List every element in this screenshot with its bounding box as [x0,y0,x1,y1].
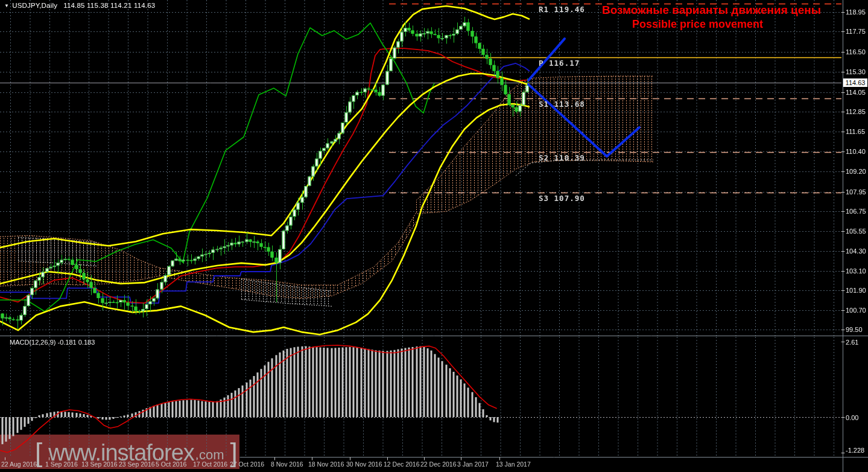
price-axis-label: 114.05 [846,89,866,96]
price-axis-label: 104.30 [846,247,866,255]
chart-header: ▼USDJPY,Daily114.85 115.38 114.21 114.63 [4,2,155,9]
trading-chart-window: ▼USDJPY,Daily114.85 115.38 114.21 114.63… [0,0,868,472]
macd-axis-label: 0.00 [846,414,858,421]
annotation-en: Possible price movement [632,18,763,31]
watermark-suffix: .com [195,447,224,463]
price-axis-label: 111.65 [846,128,865,135]
date-axis-label: 13 Jan 2017 [496,461,531,468]
price-axis-label: 118.95 [846,8,866,16]
price-axis-label: 105.55 [846,228,866,235]
price-axis-label: 116.50 [846,48,866,56]
price-axis-label: 109.20 [846,168,866,175]
price-axis-label: 112.85 [846,108,866,115]
annotation-ru: Возможные варианты движения цены [602,4,821,17]
price-axis-label: 115.30 [846,68,866,75]
price-axis-label: 103.10 [846,267,866,275]
price-axis-label: 99.50 [846,326,863,333]
macd-indicator-label: MACD(12,26,9) -0.181 0.183 [10,339,95,346]
date-axis-label: 30 Nov 2016 [346,461,382,468]
price-axis-label: 110.40 [846,148,866,155]
date-axis-label: 12 Dec 2016 [384,461,420,468]
symbol-name: USDJPY,Daily [12,2,57,9]
date-axis-label: 18 Nov 2016 [308,461,344,468]
watermark-bracket-right: ] [230,441,237,465]
price-chart-canvas[interactable] [0,0,868,472]
symbol-ohlc-values: 114.85 115.38 114.21 114.63 [63,2,155,9]
price-axis-label: 101.90 [846,287,866,294]
watermark-bracket-left: [ [35,441,42,465]
macd-axis-label: -1.228 [846,447,864,454]
pivot-label: S2 110.39 [539,153,585,162]
current-price-badge: 114.63 [843,78,867,87]
date-axis-label: 8 Nov 2016 [271,461,303,468]
pivot-label: S3 107.90 [539,194,585,203]
price-axis-label: 117.75 [846,28,866,35]
price-axis-label: 100.70 [846,307,866,314]
instaforex-watermark: [ www.instaforex .com ] [35,436,238,470]
price-axis-label: 107.95 [846,188,866,196]
watermark-text: www.instaforex [48,440,194,466]
macd-axis-label: 2.61 [846,339,858,346]
date-axis-label: 22 Aug 2016 [1,461,37,468]
pivot-label: S1 113.68 [539,100,585,109]
price-axis-label: 106.75 [846,208,866,215]
pivot-label: R1 119.46 [539,5,585,14]
pivot-label: P 116.17 [539,59,580,68]
date-axis-label: 22 Dec 2016 [420,461,457,468]
date-axis-label: 3 Jan 2017 [457,461,489,468]
symbol-dropdown-icon[interactable]: ▼ [4,3,9,8]
